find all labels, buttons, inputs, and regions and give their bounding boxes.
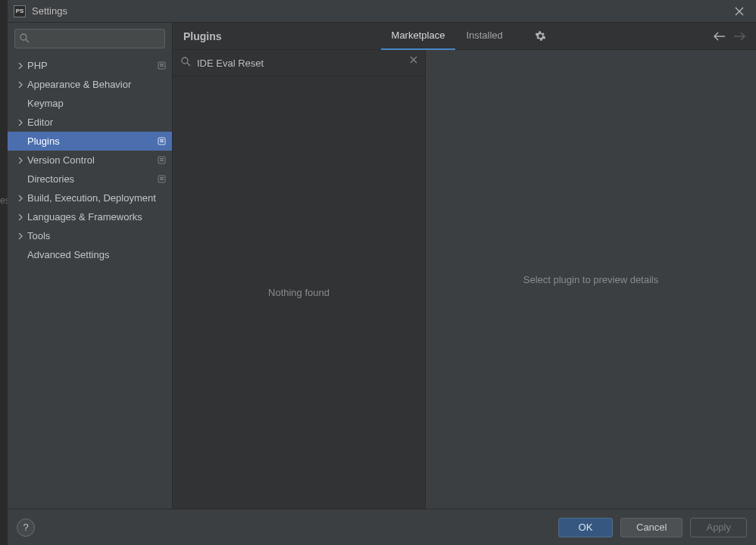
settings-gear-button[interactable] bbox=[535, 30, 546, 42]
dialog-body: PHPAppearance & BehaviorKeymapEditorPlug… bbox=[8, 23, 756, 509]
sidebar-item-editor[interactable]: Editor bbox=[8, 113, 172, 132]
sidebar-item-php[interactable]: PHP bbox=[8, 56, 172, 75]
cancel-button[interactable]: Cancel bbox=[620, 518, 683, 537]
sidebar-item-build-execution-deployment[interactable]: Build, Execution, Deployment bbox=[8, 188, 172, 207]
sidebar-item-appearance-behavior[interactable]: Appearance & Behavior bbox=[8, 75, 172, 94]
sidebar-item-plugins[interactable]: Plugins bbox=[8, 132, 172, 151]
nothing-found-label: Nothing found bbox=[173, 76, 425, 509]
sidebar-item-label: Plugins bbox=[26, 135, 158, 147]
sidebar-search bbox=[14, 29, 165, 48]
sidebar-item-keymap[interactable]: Keymap bbox=[8, 94, 172, 113]
gear-icon bbox=[535, 30, 546, 42]
app-icon: PS bbox=[14, 5, 26, 17]
project-badge-icon bbox=[158, 156, 166, 164]
arrow-left-icon bbox=[714, 32, 726, 41]
project-badge-icon bbox=[158, 175, 166, 183]
window-close-button[interactable] bbox=[729, 1, 750, 22]
titlebar: PS Settings bbox=[8, 0, 756, 23]
arrow-right-icon bbox=[733, 32, 745, 41]
sidebar-item-label: Appearance & Behavior bbox=[26, 79, 166, 90]
svg-rect-3 bbox=[160, 66, 164, 67]
main-header: Plugins MarketplaceInstalled bbox=[173, 23, 756, 50]
nav-back-button[interactable] bbox=[714, 32, 726, 41]
sidebar-item-directories[interactable]: Directories bbox=[8, 170, 172, 188]
help-button[interactable]: ? bbox=[17, 519, 35, 537]
search-icon bbox=[19, 33, 30, 43]
chevron-right-icon bbox=[15, 82, 26, 88]
sidebar-item-label: Editor bbox=[26, 117, 166, 128]
sidebar-item-label: Version Control bbox=[26, 154, 158, 166]
help-icon: ? bbox=[23, 522, 28, 533]
svg-point-13 bbox=[182, 58, 188, 64]
plugin-search bbox=[173, 50, 425, 76]
settings-sidebar: PHPAppearance & BehaviorKeymapEditorPlug… bbox=[8, 23, 173, 509]
chevron-right-icon bbox=[15, 157, 26, 164]
chevron-right-icon bbox=[15, 195, 26, 201]
sidebar-item-advanced-settings[interactable]: Advanced Settings bbox=[8, 245, 172, 264]
close-icon bbox=[410, 56, 417, 64]
settings-tree: PHPAppearance & BehaviorKeymapEditorPlug… bbox=[8, 56, 172, 264]
plugin-tabs: MarketplaceInstalled bbox=[381, 23, 514, 50]
svg-point-0 bbox=[20, 34, 27, 40]
sidebar-item-label: Tools bbox=[26, 230, 166, 241]
sidebar-item-label: Build, Execution, Deployment bbox=[26, 192, 166, 204]
header-icons bbox=[535, 30, 546, 42]
settings-dialog: PS Settings PHPAppearance & BehaviorKeym… bbox=[8, 0, 756, 545]
chevron-right-icon bbox=[15, 63, 26, 69]
tab-installed[interactable]: Installed bbox=[455, 23, 513, 50]
project-badge-icon bbox=[158, 61, 166, 70]
sidebar-item-label: Keymap bbox=[26, 98, 166, 109]
nav-forward-button bbox=[733, 32, 745, 41]
content-split: Nothing found Select plugin to preview d… bbox=[173, 50, 756, 509]
sidebar-item-label: PHP bbox=[26, 60, 158, 71]
project-badge-icon bbox=[158, 137, 166, 145]
chevron-right-icon bbox=[15, 214, 26, 220]
search-icon bbox=[180, 56, 191, 67]
clear-search-button[interactable] bbox=[410, 56, 417, 64]
plugin-list-panel: Nothing found bbox=[173, 50, 426, 509]
sidebar-item-label: Advanced Settings bbox=[26, 249, 166, 260]
chevron-right-icon bbox=[15, 233, 26, 239]
page-title: Plugins bbox=[183, 30, 222, 42]
svg-rect-6 bbox=[160, 142, 164, 143]
chevron-right-icon bbox=[15, 120, 26, 126]
sidebar-item-languages-frameworks[interactable]: Languages & Frameworks bbox=[8, 207, 172, 226]
svg-rect-2 bbox=[160, 64, 164, 65]
preview-placeholder: Select plugin to preview details bbox=[523, 274, 659, 285]
apply-button: Apply bbox=[690, 518, 747, 537]
svg-rect-9 bbox=[160, 160, 164, 162]
plugin-search-input[interactable] bbox=[173, 50, 425, 76]
close-icon bbox=[735, 7, 744, 16]
sidebar-item-label: Languages & Frameworks bbox=[26, 211, 166, 223]
svg-rect-8 bbox=[160, 158, 164, 160]
ok-button[interactable]: OK bbox=[558, 518, 613, 537]
dialog-footer: ? OK Cancel Apply bbox=[8, 509, 756, 545]
svg-rect-11 bbox=[160, 177, 164, 179]
header-nav bbox=[714, 32, 745, 41]
main-panel: Plugins MarketplaceInstalled bbox=[173, 23, 756, 509]
svg-rect-12 bbox=[160, 179, 164, 181]
plugin-preview-panel: Select plugin to preview details bbox=[426, 50, 756, 509]
svg-rect-5 bbox=[160, 139, 164, 141]
sidebar-item-tools[interactable]: Tools bbox=[8, 226, 172, 245]
window-title: Settings bbox=[32, 5, 729, 17]
sidebar-item-version-control[interactable]: Version Control bbox=[8, 151, 172, 170]
tab-marketplace[interactable]: Marketplace bbox=[381, 23, 456, 50]
sidebar-search-input[interactable] bbox=[14, 29, 165, 48]
sidebar-item-label: Directories bbox=[26, 173, 158, 185]
